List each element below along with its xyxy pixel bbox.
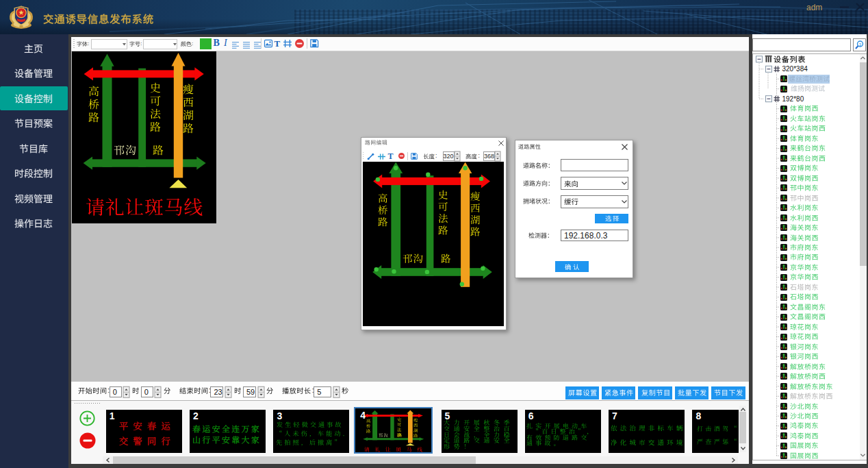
svg-text:3: 3 <box>859 42 862 47</box>
